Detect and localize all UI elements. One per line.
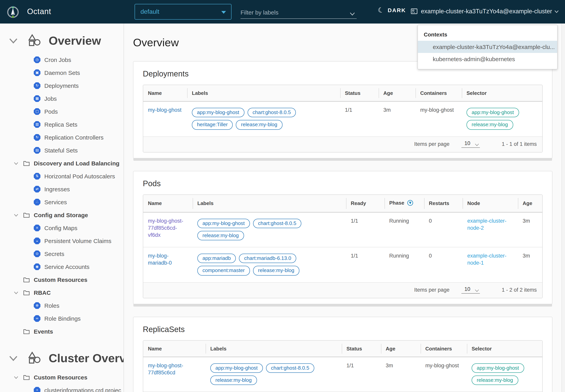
resource-link[interactable]: my-blog-ghost-77df85c6cd <box>148 363 183 375</box>
resource-link[interactable]: example-cluster-node-1 <box>467 253 506 266</box>
context-option-example-cluster-ka3tutzyo4a-example-clu[interactable]: example-cluster-ka3TuTzYo4a@example-clu.… <box>418 41 557 53</box>
dark-theme-toggle[interactable]: ☾ DARK <box>378 7 406 14</box>
label-filter-placeholder: Filter by labels <box>240 9 350 16</box>
sidebar-item-ingresses[interactable]: ⇄Ingresses <box>0 183 124 196</box>
column-header-age[interactable]: Age <box>381 340 421 357</box>
table-row[interactable]: my-blog-mariadb-0app:mariadbchart:mariad… <box>143 247 542 282</box>
sidebar-item-events[interactable]: Events <box>0 325 124 338</box>
column-header-containers[interactable]: Containers <box>421 340 467 357</box>
sidebar-item-role-bindings[interactable]: ∞Role Bindings <box>0 312 124 325</box>
chevron-down-icon[interactable] <box>13 162 19 165</box>
column-header-status[interactable]: Status <box>342 340 381 357</box>
sidebar-item-cluster-overview[interactable]: Cluster Overview <box>0 345 124 371</box>
cell-text: 0 <box>429 218 432 224</box>
table-row[interactable]: my-blog-ghostapp:my-blog-ghostchart:ghos… <box>143 101 542 136</box>
chevron-down-icon[interactable] <box>13 291 19 294</box>
chevron-down-icon[interactable] <box>8 37 19 43</box>
chevron-down-icon[interactable] <box>13 376 19 379</box>
label-tag[interactable]: chart:ghost-8.0.5 <box>253 219 301 228</box>
label-tag[interactable]: app:my-blog-ghost <box>210 363 263 373</box>
column-header-labels[interactable]: Labels <box>187 85 340 101</box>
pods-card-title: Pods <box>143 179 543 188</box>
resource-link[interactable]: my-blog-mariadb-0 <box>148 253 172 266</box>
column-header-phase[interactable]: Phase <box>385 195 424 212</box>
context-option-kubernetes-admin-kubernetes[interactable]: kubernetes-admin@kubernetes <box>418 53 557 65</box>
label-tag[interactable]: app:my-blog-ghost <box>192 108 244 117</box>
selector-tag[interactable]: release:my-blog <box>472 376 518 385</box>
octant-app: Octant default Filter by labels ☾ DARK e… <box>0 0 565 392</box>
sidebar-item-pods[interactable]: ▢Pods <box>0 105 124 118</box>
column-header-restarts[interactable]: Restarts <box>424 195 462 212</box>
label-filter-input[interactable]: Filter by labels <box>240 4 357 19</box>
sidebar-item-stateful-sets[interactable]: ▤Stateful Sets <box>0 144 124 157</box>
items-per-page-select[interactable]: 10 <box>461 140 480 148</box>
sidebar-item-label: Replication Controllers <box>44 134 104 141</box>
phase-filter-icon[interactable] <box>407 200 413 207</box>
resource-link[interactable]: my-blog-ghost <box>148 107 181 113</box>
chevron-down-icon[interactable] <box>350 12 355 16</box>
resource-link[interactable]: my-blog-ghost-77df85c6cd-vf6dx <box>148 218 183 238</box>
selector-tag[interactable]: release:my-blog <box>466 120 513 130</box>
label-tag[interactable]: release:my-blog <box>197 231 244 240</box>
sidebar-item-config-maps[interactable]: ≡Config Maps <box>0 222 124 234</box>
label-tag[interactable]: component:master <box>197 266 250 276</box>
chevron-down-icon[interactable] <box>13 213 19 217</box>
namespace-select[interactable]: default <box>134 4 232 20</box>
column-header-containers[interactable]: Containers <box>416 85 462 101</box>
column-header-labels[interactable]: Labels <box>206 340 342 357</box>
table-row[interactable]: my-blog-ghost-77df85c6cdapp:my-blog-ghos… <box>143 357 542 392</box>
column-header-status[interactable]: Status <box>340 85 379 101</box>
sidebar-item-cron-jobs[interactable]: ◷Cron Jobs <box>0 53 124 66</box>
sidebar-item-replica-sets[interactable]: ▥Replica Sets <box>0 118 124 131</box>
vertical-scrollbar[interactable] <box>562 24 565 392</box>
sidebar-item-persistent-volume-claims[interactable]: ◒Persistent Volume Claims <box>0 234 124 247</box>
column-header-name[interactable]: Name <box>143 85 187 101</box>
column-header-selector[interactable]: Selector <box>467 340 542 357</box>
label-tag[interactable]: release:my-blog <box>253 266 299 276</box>
column-header-labels[interactable]: Labels <box>193 195 346 212</box>
sidebar-item-roles[interactable]: ⊕Roles <box>0 299 124 312</box>
selector-tag[interactable]: app:my-blog-ghost <box>472 363 524 373</box>
selector-tag[interactable]: app:my-blog-ghost <box>466 108 519 117</box>
column-header-ready[interactable]: Ready <box>346 195 385 212</box>
label-tag[interactable]: release:my-blog <box>236 120 282 130</box>
column-header-selector[interactable]: Selector <box>462 85 542 101</box>
sidebar-item-config-and-storage[interactable]: Config and Storage <box>0 209 124 222</box>
sidebar-item-replication-controllers[interactable]: ↻Replication Controllers <box>0 131 124 144</box>
sidebar-item-discovery-and-load-balancing[interactable]: Discovery and Load Balancing <box>0 157 124 170</box>
column-header-age[interactable]: Age <box>379 85 416 101</box>
label-tag[interactable]: release:my-blog <box>210 376 257 385</box>
folder-icon <box>22 161 30 166</box>
pagination-bar: Items per page101 - 2 of 2 items <box>143 282 542 298</box>
label-tag[interactable]: heritage:Tiller <box>192 120 233 130</box>
top-bar: Octant default Filter by labels ☾ DARK e… <box>0 0 565 24</box>
resource-link[interactable]: example-cluster-node-2 <box>467 218 506 231</box>
sidebar-item-secrets[interactable]: ⊙Secrets <box>0 247 124 260</box>
label-tag[interactable]: chart:mariadb-6.13.0 <box>239 254 297 263</box>
sidebar-item-jobs[interactable]: ▦Jobs <box>0 92 124 105</box>
column-header-age[interactable]: Age <box>518 195 542 212</box>
label-tag[interactable]: chart:ghost-8.0.5 <box>247 108 296 117</box>
sidebar-item-custom-resources[interactable]: Custom Resources <box>0 273 124 286</box>
contexts-menu-title: Contexts <box>418 28 557 41</box>
roles-icon: ⊕ <box>34 302 40 309</box>
sidebar-item-custom-resources[interactable]: Custom Resources <box>0 371 124 384</box>
label-tag[interactable]: chart:ghost-8.0.5 <box>266 363 314 373</box>
sidebar-item-services[interactable]: ∴Services <box>0 196 124 209</box>
sidebar-item-deployments[interactable]: ↻Deployments <box>0 79 124 92</box>
column-header-name[interactable]: Name <box>143 195 193 212</box>
label-tag[interactable]: app:my-blog-ghost <box>197 219 250 228</box>
items-per-page-select[interactable]: 10 <box>461 286 480 294</box>
sidebar-item-overview[interactable]: Overview <box>0 28 124 53</box>
chevron-down-icon[interactable] <box>8 355 19 361</box>
sidebar-item-rbac[interactable]: RBAC <box>0 286 124 299</box>
table-row[interactable]: my-blog-ghost-77df85c6cd-vf6dxapp:my-blo… <box>143 212 542 247</box>
sidebar-item-horizontal-pod-autoscalers[interactable]: ⇅Horizontal Pod Autoscalers <box>0 170 124 183</box>
context-switcher[interactable]: example-cluster-ka3TuTzYo4a@example-clus… <box>410 7 559 15</box>
label-tag[interactable]: app:mariadb <box>197 254 236 263</box>
column-header-node[interactable]: Node <box>462 195 518 212</box>
column-header-name[interactable]: Name <box>143 340 206 357</box>
sidebar-item-daemon-sets[interactable]: ▣Daemon Sets <box>0 66 124 79</box>
sidebar-item-clusterinformations-crd-projec[interactable]: +clusterinformations.crd.projec <box>0 384 124 392</box>
sidebar-item-service-accounts[interactable]: ◉Service Accounts <box>0 260 124 273</box>
